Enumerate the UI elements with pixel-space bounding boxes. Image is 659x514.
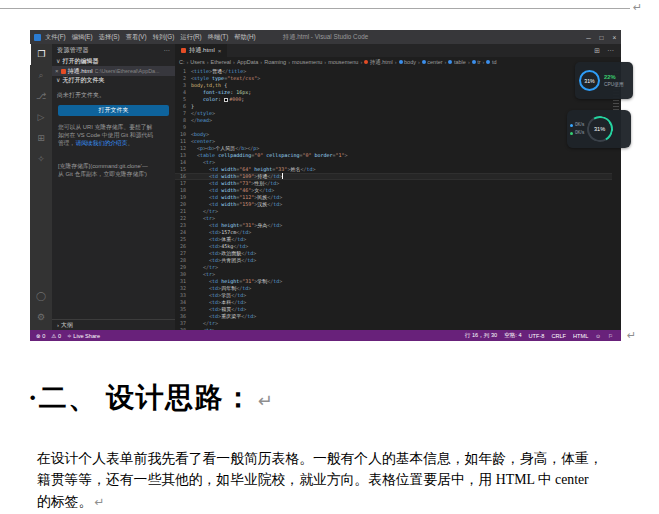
code-line[interactable]: 14 <tr> — [175, 159, 612, 166]
tab-close-icon[interactable]: × — [218, 47, 222, 54]
menu-item[interactable]: 查看(V) — [126, 33, 147, 42]
breadcrumb-item[interactable]: mousemenu — [292, 59, 322, 65]
code-line[interactable]: 10<body> — [175, 131, 612, 138]
more-actions-icon[interactable]: ⋯ — [607, 47, 614, 55]
breadcrumb-item[interactable]: table — [448, 59, 465, 65]
breadcrumb-item[interactable]: tr — [472, 59, 481, 65]
menu-item[interactable]: 帮助(H) — [234, 33, 255, 42]
more-actions-icon[interactable]: ⋯ — [164, 44, 170, 57]
encoding-status[interactable]: UTF-8 — [529, 333, 545, 339]
close-button[interactable]: × — [608, 34, 621, 41]
code-line[interactable]: 24 <td>157cm</td> — [175, 229, 612, 236]
no-folder-section[interactable]: ∨无打开的文件夹 — [52, 76, 175, 85]
open-folder-button[interactable]: 打开文件夹 — [58, 105, 169, 116]
breadcrumb-item[interactable]: center — [422, 59, 443, 65]
breadcrumb-item[interactable]: C: — [179, 59, 185, 65]
open-editor-entry[interactable]: × 持通.html C:\Users\Ethereal\AppDa... — [52, 66, 175, 76]
code-line[interactable]: 30 <tr> — [175, 271, 612, 278]
maximize-button[interactable]: □ — [595, 34, 608, 41]
eol-status[interactable]: CRLF — [551, 333, 566, 339]
cpu-monitor-overlay[interactable]: 31% 22% CPU使用 — [575, 62, 633, 99]
code-line[interactable]: 36 <td>重庆梁平</td> — [175, 313, 612, 320]
menu-item[interactable]: 编辑(E) — [72, 33, 93, 42]
breadcrumb-item[interactable]: 持通.html — [364, 59, 392, 65]
code-line[interactable]: 7</style> — [175, 110, 612, 117]
code-line[interactable]: 31 <td height="31">学制</td> — [175, 278, 612, 285]
run-debug-icon[interactable]: ▷ — [30, 107, 52, 128]
breadcrumb-item[interactable]: body — [399, 59, 416, 65]
breadcrumb-separator: › — [260, 59, 262, 65]
search-icon[interactable]: ⌕ — [30, 65, 52, 86]
explorer-icon[interactable]: ❐ — [30, 44, 52, 65]
code-token: style — [194, 75, 209, 81]
code-line[interactable]: 8</head> — [175, 117, 612, 124]
cursor-position[interactable]: 行 16，列 30 — [465, 332, 497, 340]
extensions-icon[interactable]: ⊞ — [30, 128, 52, 149]
code-line[interactable]: 22 <tr> — [175, 215, 612, 222]
code-line[interactable]: 17 <td width="73">性别</td> — [175, 180, 612, 187]
code-line[interactable]: 21 </tr> — [175, 208, 612, 215]
breadcrumb-item[interactable]: mousemenu — [328, 59, 358, 65]
code-line[interactable]: 11<center> — [175, 138, 612, 145]
code-line[interactable]: 29 </tr> — [175, 264, 612, 271]
code-line[interactable]: 9 — [175, 124, 612, 131]
menu-item[interactable]: 转到(G) — [153, 33, 175, 42]
code-line[interactable]: 32 <td>四年制</td> — [175, 285, 612, 292]
live-share-icon[interactable]: ✧ — [30, 149, 52, 170]
code-line[interactable]: 33 <td>学历</td> — [175, 292, 612, 299]
code-line[interactable]: 19 <td width="112">民族</td> — [175, 194, 612, 201]
code-line[interactable]: 28 <td>共青团员</td> — [175, 257, 612, 264]
minimap[interactable] — [612, 68, 621, 330]
errors-indicator[interactable]: ⊗ 0 — [36, 333, 45, 339]
breadcrumb-item[interactable]: AppData — [237, 59, 258, 65]
breadcrumb-item[interactable]: td — [486, 59, 496, 65]
code-line[interactable]: 12 <p><b>个人简历</b></p> — [175, 145, 612, 152]
source-control-icon[interactable]: ⎇ — [30, 86, 52, 107]
code-line[interactable]: 35 <td>籍贯</td> — [175, 306, 612, 313]
tab-active-file[interactable]: 持通.html × — [175, 44, 227, 57]
warnings-indicator[interactable]: ⚠ 0 — [51, 333, 61, 339]
settings-gear-icon[interactable]: ⚙ — [30, 307, 52, 328]
close-icon[interactable]: × — [55, 68, 59, 74]
code-line[interactable]: 23 <td height="31">身高</td> — [175, 222, 612, 229]
code-line[interactable]: 1<title>普通</title> — [175, 68, 612, 75]
code-line[interactable]: 27 <td>政治面貌</td> — [175, 250, 612, 257]
indentation-status[interactable]: 空格: 4 — [504, 332, 521, 340]
breadcrumb-item[interactable]: Users — [190, 59, 204, 65]
network-monitor-overlay[interactable]: 0K/s 0K/s 31% — [567, 110, 631, 148]
open-editors-section[interactable]: ∨打开的编辑器 — [52, 57, 175, 66]
code-line[interactable]: 18 <td width="46">女</td> — [175, 187, 612, 194]
code-line[interactable]: 5 color: #000; — [175, 96, 612, 103]
live-share-status[interactable]: ✧ Live Share — [67, 333, 100, 339]
code-line[interactable]: 6} — [175, 103, 612, 110]
code-line[interactable]: 34 <td>本科</td> — [175, 299, 612, 306]
menu-item[interactable]: 终端(T) — [208, 33, 229, 42]
code-line[interactable]: 2<style type="text/css"> — [175, 75, 612, 82]
menu-item[interactable]: 选择(S) — [99, 33, 120, 42]
code-line[interactable]: 13 <table cellpadding="0" cellspacing="0… — [175, 152, 612, 159]
feedback-icon[interactable]: ☺ — [595, 333, 601, 339]
minimize-button[interactable]: ─ — [582, 34, 595, 41]
code-line[interactable]: 4 font-size: 16px; — [175, 89, 612, 96]
breadcrumb-item[interactable]: Roaming — [264, 59, 286, 65]
code-line[interactable]: 16 <td width="109">持通</td> — [175, 173, 612, 180]
split-editor-icon[interactable]: ⊞ — [594, 47, 600, 55]
status-bar: ⊗ 0⚠ 0✧ Live Share 行 16，列 30空格: 4UTF-8CR… — [30, 330, 621, 341]
language-mode[interactable]: HTML — [573, 333, 588, 339]
code-editor[interactable]: 1<title>普通</title>2<style type="text/css… — [175, 68, 612, 330]
menu-item[interactable]: 文件(F) — [45, 33, 66, 42]
account-icon[interactable]: ◯ — [30, 286, 52, 307]
code-line[interactable]: 25 <td>体重</td> — [175, 236, 612, 243]
notifications-icon[interactable]: ⚐ — [608, 333, 613, 339]
code-token: 汉族 — [257, 201, 267, 207]
docs-link[interactable]: 请阅读我们的介绍页 — [75, 140, 127, 146]
code-line[interactable]: 3body,td,th { — [175, 82, 612, 89]
menu-item[interactable]: 运行(R) — [180, 33, 201, 42]
code-token — [191, 229, 209, 235]
breadcrumb-item[interactable]: Ethereal — [211, 59, 232, 65]
code-line[interactable]: 20 <td width="159">汉族</td> — [175, 201, 612, 208]
code-line[interactable]: 26 <td>45kg</td> — [175, 243, 612, 250]
code-line[interactable]: 15 <td width="64" height="33">姓名</td> — [175, 166, 612, 173]
code-line[interactable]: 37 </tr> — [175, 320, 612, 327]
outline-section[interactable]: ›大纲 — [52, 319, 175, 330]
